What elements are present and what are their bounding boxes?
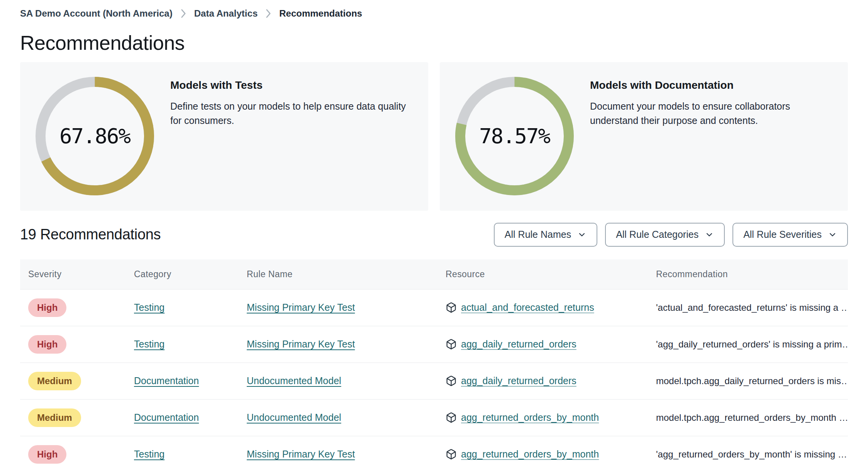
rule-names-filter-dropdown[interactable]: All Rule Names	[494, 223, 597, 247]
card-title: Models with Tests	[170, 79, 413, 91]
cube-icon	[446, 375, 457, 386]
card-description: Define tests on your models to help ensu…	[170, 99, 413, 128]
category-link[interactable]: Testing	[134, 302, 164, 313]
rule-name-link[interactable]: Undocumented Model	[247, 375, 341, 386]
tests-donut-chart: 67.86%	[36, 77, 154, 195]
cube-icon	[446, 302, 457, 313]
filter-bar: All Rule Names All Rule Categories All R…	[494, 223, 848, 247]
column-header-category: Category	[134, 269, 247, 280]
column-header-recommendation: Recommendation	[656, 269, 848, 280]
rule-name-link[interactable]: Missing Primary Key Test	[247, 302, 355, 313]
recommendation-text: model.tpch.agg_daily_returned_orders is …	[656, 376, 848, 386]
table-header-row: Severity Category Rule Name Resource Rec…	[20, 259, 848, 290]
table-row: High Testing Missing Primary Key Test ag…	[20, 326, 848, 363]
recommendation-text: 'agg_daily_returned_orders' is missing a…	[656, 339, 848, 350]
rule-severities-filter-dropdown[interactable]: All Rule Severities	[732, 223, 848, 247]
severity-badge: High	[28, 298, 66, 317]
filter-label: All Rule Severities	[743, 229, 822, 240]
card-description: Document your models to ensure collabora…	[590, 99, 832, 128]
resource-link[interactable]: agg_returned_orders_by_month	[461, 412, 599, 423]
resource-link[interactable]: agg_daily_returned_orders	[461, 339, 576, 350]
breadcrumb-current-page: Recommendations	[279, 8, 362, 19]
category-link[interactable]: Testing	[134, 449, 164, 459]
tests-percent-value: 67.86%	[36, 77, 154, 195]
metric-cards: 67.86% Models with Tests Define tests on…	[20, 62, 848, 211]
resource-link[interactable]: agg_daily_returned_orders	[461, 375, 576, 386]
recommendation-text: 'actual_and_forecasted_returns' is missi…	[656, 302, 848, 313]
resource-link[interactable]: agg_returned_orders_by_month	[461, 449, 599, 460]
chevron-right-icon	[180, 9, 186, 18]
breadcrumb-account-link[interactable]: SA Demo Account (North America)	[20, 8, 173, 19]
severity-badge: Medium	[28, 372, 81, 390]
chevron-down-icon	[828, 230, 837, 239]
column-header-resource: Resource	[446, 269, 656, 280]
cube-icon	[446, 412, 457, 423]
column-header-rule-name: Rule Name	[247, 269, 446, 280]
recommendations-list-header: 19 Recommendations All Rule Names All Ru…	[20, 223, 848, 247]
cube-icon	[446, 449, 457, 460]
models-with-tests-card: 67.86% Models with Tests Define tests on…	[20, 62, 428, 211]
severity-badge: High	[28, 445, 66, 464]
page-title: Recommendations	[20, 32, 848, 55]
table-row: High Testing Missing Primary Key Test ag…	[20, 436, 848, 471]
chevron-down-icon	[577, 230, 587, 239]
category-link[interactable]: Testing	[134, 339, 164, 349]
rule-name-link[interactable]: Undocumented Model	[247, 412, 341, 423]
table-row: High Testing Missing Primary Key Test ac…	[20, 290, 848, 326]
breadcrumb: SA Demo Account (North America) Data Ana…	[20, 8, 848, 19]
recommendations-page: SA Demo Account (North America) Data Ana…	[0, 0, 868, 471]
chevron-right-icon	[265, 9, 271, 18]
table-row: Medium Documentation Undocumented Model …	[20, 400, 848, 436]
category-link[interactable]: Documentation	[134, 375, 199, 386]
severity-badge: Medium	[28, 408, 81, 427]
breadcrumb-project-link[interactable]: Data Analytics	[194, 8, 258, 19]
resource-link[interactable]: actual_and_forecasted_returns	[461, 302, 594, 313]
rule-name-link[interactable]: Missing Primary Key Test	[247, 449, 355, 459]
recommendation-text: 'agg_returned_orders_by_month' is missin…	[656, 449, 848, 460]
documentation-percent-value: 78.57%	[455, 77, 574, 195]
column-header-severity: Severity	[28, 269, 134, 280]
filter-label: All Rule Names	[505, 229, 571, 240]
recommendations-count-title: 19 Recommendations	[20, 226, 161, 243]
filter-label: All Rule Categories	[616, 229, 698, 240]
table-row: Medium Documentation Undocumented Model …	[20, 363, 848, 400]
rule-name-link[interactable]: Missing Primary Key Test	[247, 339, 355, 349]
recommendation-text: model.tpch.agg_returned_orders_by_month …	[656, 412, 848, 423]
models-with-documentation-card: 78.57% Models with Documentation Documen…	[440, 62, 848, 211]
chevron-down-icon	[705, 230, 714, 239]
rule-categories-filter-dropdown[interactable]: All Rule Categories	[605, 223, 725, 247]
recommendations-table: Severity Category Rule Name Resource Rec…	[20, 259, 848, 471]
severity-badge: High	[28, 335, 66, 354]
documentation-donut-chart: 78.57%	[455, 77, 574, 195]
card-title: Models with Documentation	[590, 79, 832, 91]
cube-icon	[446, 339, 457, 350]
category-link[interactable]: Documentation	[134, 412, 199, 423]
